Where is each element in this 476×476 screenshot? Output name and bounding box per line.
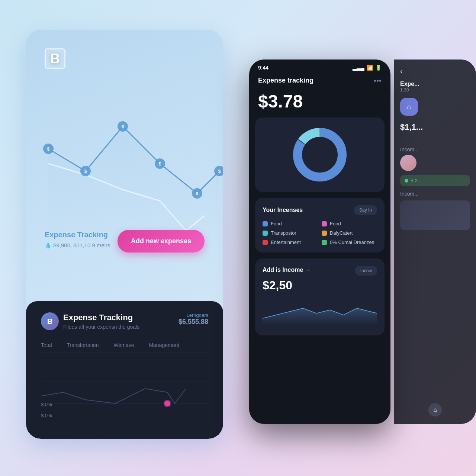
dark-bottom-header: B Expense Tracking Filees aff your exper… <box>41 312 208 330</box>
svg-text:$: $ <box>196 191 199 196</box>
expense-header: Expense tracking ••• <box>249 74 390 91</box>
chart-label-1: $.0% <box>41 402 52 407</box>
incenses-header: Your Incenses Say In <box>263 205 377 215</box>
table-headers: Total Transfortation Wemave Management <box>41 338 208 353</box>
home-icon: ⌂ <box>407 103 411 111</box>
income-title: Add is Income → <box>263 267 311 273</box>
frp-badge: $-2... <box>400 175 470 186</box>
transport-label: Transpostor <box>271 230 296 236</box>
app-logo: B <box>45 48 65 69</box>
table-header-mgmt: Management <box>149 342 179 348</box>
add-expense-button[interactable]: Add new expenses <box>118 230 205 253</box>
cumal-label: 0% Cumal Dreanzes <box>330 239 374 245</box>
frp-image <box>400 200 470 230</box>
table-header-total: Total <box>41 342 52 348</box>
income-chart <box>263 297 377 327</box>
dark-title: Expense Tracking <box>63 313 139 322</box>
badge-amount: $-2... <box>411 178 422 183</box>
status-bar: 9:44 ▂▃▄ 📶 🔋 <box>249 60 390 74</box>
frp-avatar <box>400 155 416 171</box>
back-icon[interactable]: ‹ <box>400 67 403 75</box>
svg-text:$: $ <box>122 124 124 129</box>
daly-dot <box>322 231 327 236</box>
frp-header: ‹ <box>394 60 476 79</box>
food-dot-2 <box>322 221 327 226</box>
chart-label-2: $.0% <box>41 413 52 418</box>
list-item: DalyCatert <box>322 230 377 236</box>
green-dot-icon <box>405 179 408 183</box>
frp-income-section: Incom... <box>394 143 476 155</box>
dark-chart: $.0% $.0% <box>41 359 208 418</box>
incenses-title: Your Incenses <box>263 207 303 213</box>
income-amount: $2,50 <box>263 279 377 292</box>
frp-tab-bar: ⌂ <box>394 403 476 416</box>
list-item: Food <box>322 221 377 226</box>
food-label-2: Food <box>330 221 341 226</box>
frp-amount: $1,1... <box>394 119 476 135</box>
home-tab-icon: ⌂ <box>433 406 437 413</box>
list-item: Entertainment <box>263 239 318 245</box>
menu-icon[interactable]: ••• <box>374 77 382 85</box>
time: 9:44 <box>258 65 268 71</box>
right-phone: 9:44 ▂▃▄ 📶 🔋 Expense tracking ••• $3.78 … <box>249 60 390 424</box>
donut-chart-card <box>255 118 385 192</box>
table-header-wemave: Wemave <box>113 342 134 348</box>
frp-income-label: Incom... <box>394 189 476 198</box>
frp-time: 1:30 <box>400 87 470 93</box>
battery-icon: 🔋 <box>375 65 382 71</box>
svg-text:$: $ <box>84 169 87 174</box>
list-item: Food <box>263 221 318 226</box>
svg-text:$: $ <box>159 161 161 167</box>
tracking-icon: B <box>41 312 59 330</box>
far-right-panel: ‹ Expe... 1:30 ⌂ $1,1... Incom... $-2...… <box>394 60 476 424</box>
signal-icon: ▂▃▄ <box>353 65 364 71</box>
frp-divider <box>400 139 470 139</box>
svg-text:$: $ <box>218 169 221 174</box>
cumal-dot <box>322 240 327 245</box>
daly-label: DalyCatert <box>330 230 353 236</box>
transport-dot <box>263 231 268 236</box>
dark-subtitle: Filees aff your experisn the goals <box>63 324 139 330</box>
dark-amount: $6,555.88 <box>178 318 208 326</box>
svg-text:$: $ <box>47 147 50 152</box>
wifi-icon: 📶 <box>367 65 373 71</box>
svg-marker-0 <box>48 126 219 245</box>
list-item: 0% Cumal Dreanzes <box>322 239 377 245</box>
main-amount: $3.78 <box>249 91 390 118</box>
expense-title: Expense tracking <box>258 77 313 84</box>
entertainment-label: Entertainment <box>271 239 301 245</box>
line-chart: $ $ $ $ $ $ <box>26 74 223 245</box>
frp-home-tab[interactable]: ⌂ <box>428 403 442 416</box>
incenses-button[interactable]: Say In <box>354 205 377 215</box>
entertainment-dot <box>263 240 268 245</box>
dark-bottom-card: B Expense Tracking Filees aff your exper… <box>26 301 223 439</box>
income-card: Add is Income → Incow $2,50 <box>255 258 385 335</box>
incenses-card: Your Incenses Say In Food Food Transpost… <box>255 198 385 253</box>
svg-point-15 <box>164 401 170 406</box>
list-item: Transpostor <box>263 230 318 236</box>
table-header-trans: Transfortation <box>67 342 99 348</box>
dark-link[interactable]: Lerngoars <box>178 312 208 318</box>
frp-title: Expe... <box>400 81 470 87</box>
status-icons: ▂▃▄ 📶 🔋 <box>353 65 382 71</box>
left-card: B $ $ $ $ $ <box>26 30 223 439</box>
food-label-1: Food <box>271 221 282 226</box>
incenses-grid: Food Food Transpostor DalyCatert Enterta… <box>263 221 377 245</box>
food-dot-1 <box>263 221 268 226</box>
frp-icon-box: ⌂ <box>400 98 418 116</box>
income-button[interactable]: Incow <box>355 266 377 276</box>
svg-marker-19 <box>263 308 377 325</box>
